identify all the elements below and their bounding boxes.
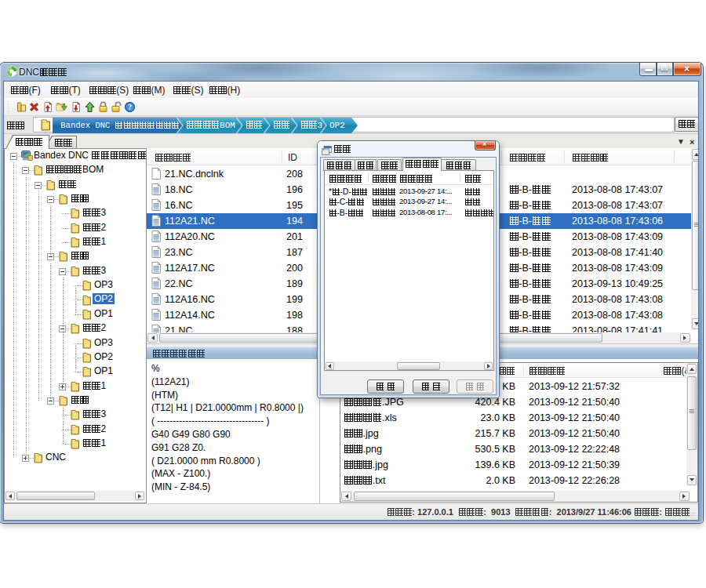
- svg-text:?: ?: [128, 103, 132, 111]
